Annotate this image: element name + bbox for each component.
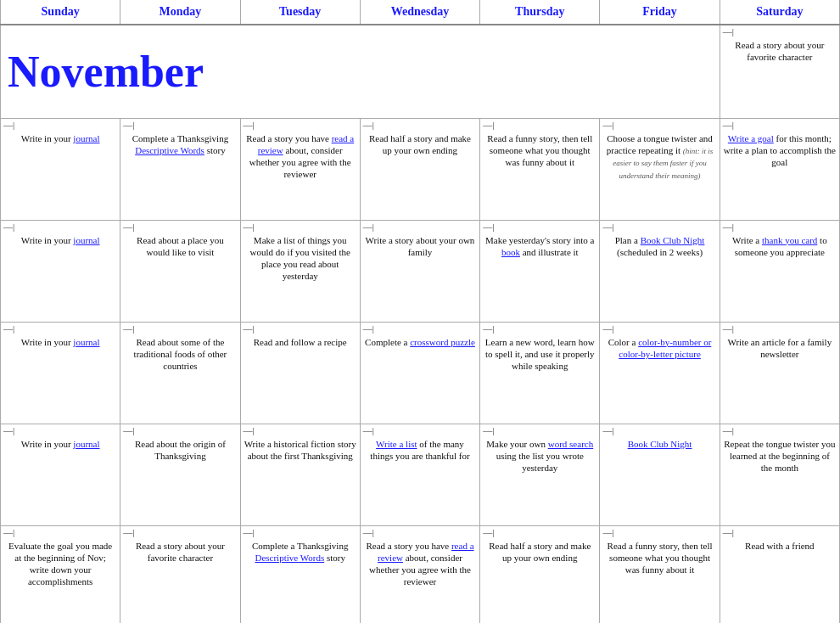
descriptive-words-link-r5[interactable]: Descriptive Words <box>255 553 324 563</box>
cell-r1-thu: —| Read a funny story, then tell someone… <box>480 118 600 220</box>
cell-r3-wed: —| Complete a crossword puzzle <box>360 322 479 424</box>
word-search-link[interactable]: word search <box>548 439 593 449</box>
cell-r4-fri: —| Book Club Night <box>600 424 720 525</box>
cell-r2-mon: —| Read about a place you would like to … <box>120 220 240 322</box>
cell-r4-mon: —| Read about the origin of Thanksgiving <box>120 424 240 525</box>
week-row-5: —| Evaluate the goal you made at the beg… <box>1 525 840 623</box>
cell-r2-fri: —| Plan a Book Club Night (scheduled in … <box>600 220 720 322</box>
cell-r4-wed: —| Write a list of the many things you a… <box>360 424 479 525</box>
book-club-night-link-r4[interactable]: Book Club Night <box>628 439 692 449</box>
cell-r4-tue: —| Write a historical fiction story abou… <box>240 424 360 525</box>
col-thursday: Thursday <box>480 0 600 25</box>
cell-r3-tue: —| Read and follow a recipe <box>240 322 360 424</box>
cell-r2-thu: —| Make yesterday's story into a book an… <box>480 220 600 322</box>
cell-row0-sat: —| Read a story about your favorite char… <box>720 25 839 118</box>
col-friday: Friday <box>600 0 720 25</box>
cell-r5-fri: —| Read a funny story, then tell someone… <box>600 525 720 623</box>
month-title-cell: November <box>1 25 720 118</box>
cell-r5-sun: —| Evaluate the goal you made at the beg… <box>1 525 120 623</box>
month-title: November <box>8 48 204 96</box>
cell-r5-wed: —| Read a story you have read a review a… <box>360 525 479 623</box>
cell-r4-sat: —| Repeat the tongue twister you learned… <box>720 424 839 525</box>
write-list-link[interactable]: Write a list <box>376 439 417 449</box>
cell-content: Read a story about your favorite charact… <box>720 37 839 105</box>
color-by-number-link[interactable]: color-by-number or color-by-letter pictu… <box>619 337 711 359</box>
cell-r1-fri: —| Choose a tongue twister and practice … <box>600 118 720 220</box>
week-row-3: —| Write in your journal —| Read about s… <box>1 322 840 424</box>
cell-r4-sun: —| Write in your journal <box>1 424 120 525</box>
cell-r1-sun: —| Write in your journal <box>1 118 120 220</box>
col-monday: Monday <box>120 0 240 25</box>
book-club-night-link-r2[interactable]: Book Club Night <box>641 235 705 245</box>
cell-r5-sat: —| Read with a friend <box>720 525 839 623</box>
crossword-puzzle-link[interactable]: crossword puzzle <box>410 337 475 347</box>
descriptive-words-link-r1[interactable]: Descriptive Words <box>135 145 204 155</box>
cell-r3-thu: —| Learn a new word, learn how to spell … <box>480 322 600 424</box>
col-wednesday: Wednesday <box>360 0 479 25</box>
week-row-4: —| Write in your journal —| Read about t… <box>1 424 840 525</box>
cell-r3-mon: —| Read about some of the traditional fo… <box>120 322 240 424</box>
cell-r1-sat: —| Write a goal for this month; write a … <box>720 118 839 220</box>
read-review-link-r5[interactable]: read a review <box>378 541 473 563</box>
date-marker: —| <box>720 25 839 37</box>
week-row-2: —| Write in your journal —| Read about a… <box>1 220 840 322</box>
cell-r3-fri: —| Color a color-by-number or color-by-l… <box>600 322 720 424</box>
col-saturday: Saturday <box>720 0 839 25</box>
book-link[interactable]: book <box>501 247 520 257</box>
journal-link-r1[interactable]: journal <box>73 133 99 143</box>
journal-link-r4[interactable]: journal <box>73 439 99 449</box>
week-row-0: November —| Read a story about your favo… <box>1 25 840 118</box>
cell-r1-tue: —| Read a story you have read a review a… <box>240 118 360 220</box>
journal-link-r3[interactable]: journal <box>73 337 99 347</box>
cell-r3-sun: —| Write in your journal <box>1 322 120 424</box>
cell-r5-tue: —| Complete a Thanksgiving Descriptive W… <box>240 525 360 623</box>
cell-r5-mon: —| Read a story about your favorite char… <box>120 525 240 623</box>
thank-you-card-link[interactable]: thank you card <box>762 235 817 245</box>
cell-r2-sat: —| Write a thank you card to someone you… <box>720 220 839 322</box>
read-review-link-r1[interactable]: read a review <box>258 133 354 155</box>
cell-r2-sun: —| Write in your journal <box>1 220 120 322</box>
cell-r1-mon: —| Complete a Thanksgiving Descriptive W… <box>120 118 240 220</box>
write-goal-link[interactable]: Write a goal <box>728 133 774 143</box>
col-tuesday: Tuesday <box>240 0 360 25</box>
november-calendar: Sunday Monday Tuesday Wednesday Thursday… <box>0 0 840 623</box>
week-row-1: —| Write in your journal —| Complete a T… <box>1 118 840 220</box>
cell-r2-tue: —| Make a list of things you would do if… <box>240 220 360 322</box>
journal-link-r2[interactable]: journal <box>73 235 99 245</box>
cell-r3-sat: —| Write an article for a family newslet… <box>720 322 839 424</box>
cell-r4-thu: —| Make your own word search using the l… <box>480 424 600 525</box>
cell-r1-wed: —| Read half a story and make up your ow… <box>360 118 479 220</box>
col-sunday: Sunday <box>1 0 120 25</box>
cell-r2-wed: —| Write a story about your own family <box>360 220 479 322</box>
cell-r5-thu: —| Read half a story and make up your ow… <box>480 525 600 623</box>
